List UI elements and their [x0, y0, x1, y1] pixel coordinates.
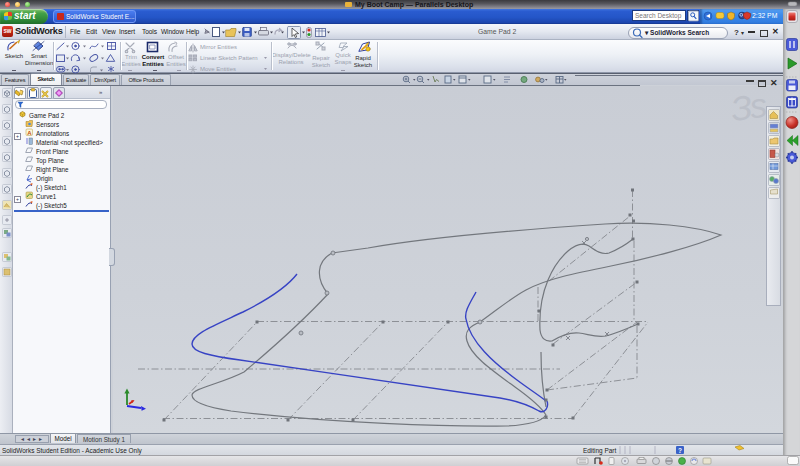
svg-text:?: ? — [678, 447, 682, 454]
svg-text:A: A — [27, 130, 32, 136]
